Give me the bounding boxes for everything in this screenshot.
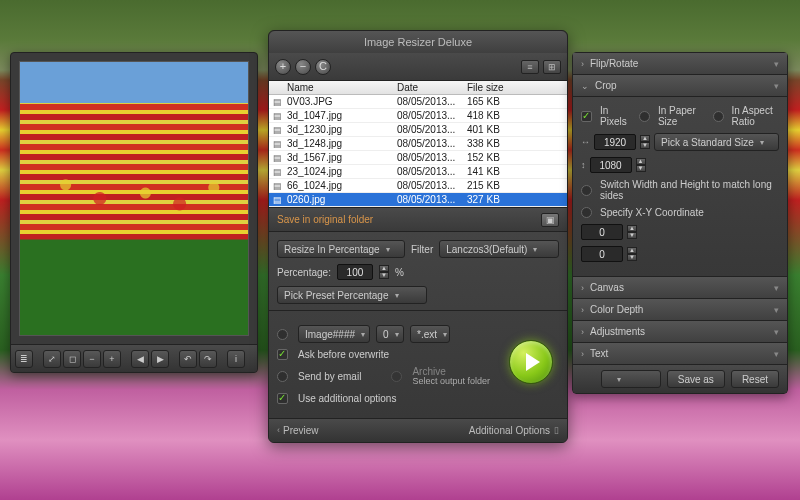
- crop-pixels-radio[interactable]: [581, 111, 592, 122]
- chevron-left-icon[interactable]: ‹: [277, 425, 280, 435]
- table-row[interactable]: ▤3d_1248.jpg08/05/2013...338 KB: [269, 137, 567, 151]
- filter-dropdown[interactable]: Lanczos3(Default): [439, 240, 559, 258]
- switch-wh-radio[interactable]: [581, 185, 592, 196]
- zoom-in-icon[interactable]: +: [103, 350, 121, 368]
- crop-width-stepper[interactable]: ▲▼: [640, 135, 650, 149]
- crop-x-input[interactable]: [581, 224, 623, 240]
- file-icon: ▤: [273, 195, 287, 205]
- section-crop[interactable]: ⌄ Crop ▾: [573, 75, 787, 97]
- preview-panel: ≣ ⤢ ◻ − + ◀ ▶ ↶ ↷ i: [10, 52, 258, 373]
- save-as-button[interactable]: Save as: [667, 370, 725, 388]
- send-email-radio[interactable]: [277, 371, 288, 382]
- reset-button[interactable]: Reset: [731, 370, 779, 388]
- cell-date: 08/05/2013...: [397, 138, 467, 149]
- list-view-icon[interactable]: ≡: [521, 60, 539, 74]
- cell-date: 08/05/2013...: [397, 152, 467, 163]
- rotate-ccw-icon[interactable]: ↶: [179, 350, 197, 368]
- table-row[interactable]: ▤3d_1047.jpg08/05/2013...418 KB: [269, 109, 567, 123]
- crop-y-stepper[interactable]: ▲▼: [627, 247, 637, 261]
- ask-overwrite-checkbox[interactable]: [277, 349, 288, 360]
- crop-paper-label: In Paper Size: [658, 105, 700, 127]
- percentage-stepper[interactable]: ▲▼: [379, 265, 389, 279]
- sequence-start-dropdown[interactable]: 0: [376, 325, 404, 343]
- section-color-label: Color Depth: [590, 304, 643, 315]
- archive-label: Archive: [412, 366, 490, 377]
- standard-size-dropdown[interactable]: Pick a Standard Size: [654, 133, 779, 151]
- crop-width-input[interactable]: [594, 134, 636, 150]
- col-name[interactable]: Name: [287, 82, 397, 93]
- browse-folder-icon[interactable]: ▣: [541, 213, 559, 227]
- specify-xy-radio[interactable]: [581, 207, 592, 218]
- resize-settings: Resize In Percentage Filter Lanczos3(Def…: [269, 232, 567, 418]
- preset-percentage-dropdown[interactable]: Pick Preset Percentage: [277, 286, 427, 304]
- table-row[interactable]: ▤0V03.JPG08/05/2013...165 KB: [269, 95, 567, 109]
- zoom-actual-icon[interactable]: ◻: [63, 350, 81, 368]
- chevron-right-icon: ›: [581, 305, 584, 315]
- crop-aspect-label: In Aspect Ratio: [732, 105, 779, 127]
- chevron-down-icon: ⌄: [581, 81, 589, 91]
- file-icon: ▤: [273, 125, 287, 135]
- output-ext-dropdown[interactable]: *.ext: [410, 325, 450, 343]
- rotate-cw-icon[interactable]: ↷: [199, 350, 217, 368]
- table-row[interactable]: ▤3d_1230.jpg08/05/2013...401 KB: [269, 123, 567, 137]
- resize-mode-value: Resize In Percentage: [284, 244, 380, 255]
- percentage-label: Percentage:: [277, 267, 331, 278]
- table-row[interactable]: ▤3d_1567.jpg08/05/2013...152 KB: [269, 151, 567, 165]
- add-files-button[interactable]: +: [275, 59, 291, 75]
- sequence-start-value: 0: [383, 329, 389, 340]
- crop-paper-radio[interactable]: [639, 111, 650, 122]
- grid-view-icon[interactable]: ⊞: [543, 60, 561, 74]
- cell-size: 215 KB: [467, 180, 563, 191]
- prev-image-icon[interactable]: ◀: [131, 350, 149, 368]
- use-additional-checkbox[interactable]: [277, 393, 288, 404]
- thumbnails-icon[interactable]: ≣: [15, 350, 33, 368]
- additional-options-toggle[interactable]: Additional Options: [469, 425, 550, 436]
- resize-mode-dropdown[interactable]: Resize In Percentage: [277, 240, 405, 258]
- file-table: Name Date File size ▤0V03.JPG08/05/2013.…: [269, 81, 567, 208]
- filter-value: Lanczos3(Default): [446, 244, 527, 255]
- zoom-out-icon[interactable]: −: [83, 350, 101, 368]
- crop-height-stepper[interactable]: ▲▼: [636, 158, 646, 172]
- col-date[interactable]: Date: [397, 82, 467, 93]
- cell-size: 152 KB: [467, 152, 563, 163]
- crop-y-input[interactable]: [581, 246, 623, 262]
- section-adjust-label: Adjustments: [590, 326, 645, 337]
- next-image-icon[interactable]: ▶: [151, 350, 169, 368]
- remove-files-button[interactable]: −: [295, 59, 311, 75]
- table-row[interactable]: ▤23_1024.jpg08/05/2013...141 KB: [269, 165, 567, 179]
- crop-height-input[interactable]: [590, 157, 632, 173]
- cell-size: 401 KB: [467, 124, 563, 135]
- section-canvas-label: Canvas: [590, 282, 624, 293]
- start-button[interactable]: [509, 340, 553, 384]
- section-color-depth[interactable]: › Color Depth ▾: [573, 299, 787, 321]
- col-size[interactable]: File size: [467, 82, 563, 93]
- titlebar[interactable]: Image Resizer Deluxe: [269, 31, 567, 53]
- cell-date: 08/05/2013...: [397, 166, 467, 177]
- filename-pattern-radio[interactable]: [277, 329, 288, 340]
- chevron-right-icon[interactable]: ▯: [554, 425, 559, 435]
- preview-toggle[interactable]: Preview: [283, 425, 319, 436]
- table-row[interactable]: ▤66_1024.jpg08/05/2013...215 KB: [269, 179, 567, 193]
- section-text-label: Text: [590, 348, 608, 359]
- cell-name: 23_1024.jpg: [287, 166, 397, 177]
- cell-date: 08/05/2013...: [397, 124, 467, 135]
- zoom-fit-icon[interactable]: ⤢: [43, 350, 61, 368]
- cell-name: 66_1024.jpg: [287, 180, 397, 191]
- preset-dropdown[interactable]: [601, 370, 661, 388]
- section-adjustments[interactable]: › Adjustments ▾: [573, 321, 787, 343]
- table-row[interactable]: ▤0260.jpg08/05/2013...327 KB: [269, 193, 567, 207]
- crop-aspect-radio[interactable]: [713, 111, 724, 122]
- crop-x-stepper[interactable]: ▲▼: [627, 225, 637, 239]
- filename-pattern-dropdown[interactable]: Image####: [298, 325, 370, 343]
- section-canvas[interactable]: › Canvas ▾: [573, 277, 787, 299]
- cell-size: 141 KB: [467, 166, 563, 177]
- cell-name: 3d_1230.jpg: [287, 124, 397, 135]
- preset-percentage-label: Pick Preset Percentage: [284, 290, 389, 301]
- percentage-input[interactable]: [337, 264, 373, 280]
- info-icon[interactable]: i: [227, 350, 245, 368]
- section-crop-label: Crop: [595, 80, 617, 91]
- archive-radio[interactable]: [391, 371, 402, 382]
- clear-files-button[interactable]: C: [315, 59, 331, 75]
- section-flip-rotate[interactable]: › Flip/Rotate ▾: [573, 53, 787, 75]
- section-text[interactable]: › Text ▾: [573, 343, 787, 365]
